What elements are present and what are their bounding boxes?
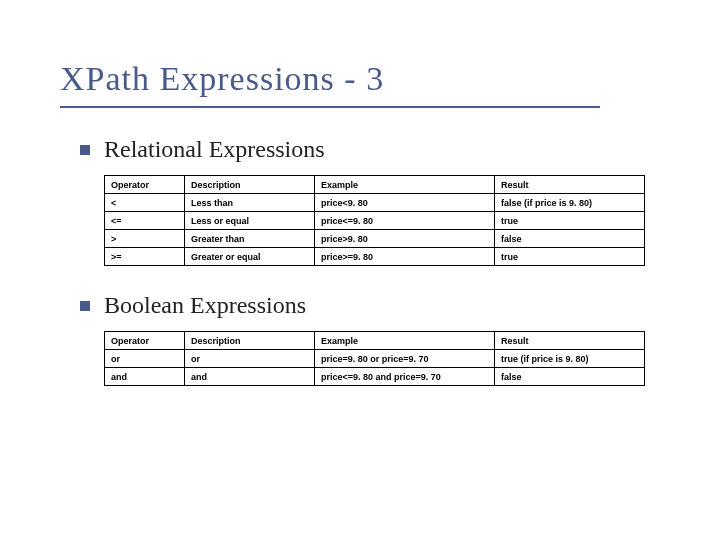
table-row: < Less than price<9. 80 false (if price … [105, 194, 645, 212]
relational-table: Operator Description Example Result < Le… [104, 175, 645, 266]
section-heading: Boolean Expressions [104, 292, 306, 319]
cell: price>9. 80 [315, 230, 495, 248]
cell: price>=9. 80 [315, 248, 495, 266]
cell: true (if price is 9. 80) [495, 350, 645, 368]
cell: price=9. 80 or price=9. 70 [315, 350, 495, 368]
col-header: Operator [105, 176, 185, 194]
slide-title: XPath Expressions - 3 [60, 60, 660, 98]
cell: <= [105, 212, 185, 230]
col-header: Operator [105, 332, 185, 350]
col-header: Result [495, 176, 645, 194]
table-container: Operator Description Example Result < Le… [104, 175, 660, 266]
col-header: Example [315, 332, 495, 350]
section-header: Boolean Expressions [80, 292, 660, 319]
cell: true [495, 212, 645, 230]
section-boolean: Boolean Expressions Operator Description… [80, 292, 660, 386]
cell: price<9. 80 [315, 194, 495, 212]
table-row: and and price<=9. 80 and price=9. 70 fal… [105, 368, 645, 386]
cell: >= [105, 248, 185, 266]
table-header-row: Operator Description Example Result [105, 332, 645, 350]
table-row: or or price=9. 80 or price=9. 70 true (i… [105, 350, 645, 368]
table-row: > Greater than price>9. 80 false [105, 230, 645, 248]
cell: and [185, 368, 315, 386]
table-row: <= Less or equal price<=9. 80 true [105, 212, 645, 230]
col-header: Description [185, 176, 315, 194]
cell: Less or equal [185, 212, 315, 230]
cell: and [105, 368, 185, 386]
section-header: Relational Expressions [80, 136, 660, 163]
cell: Greater or equal [185, 248, 315, 266]
cell: price<=9. 80 [315, 212, 495, 230]
cell: Less than [185, 194, 315, 212]
slide-content: XPath Expressions - 3 Relational Express… [0, 0, 720, 452]
table-container: Operator Description Example Result or o… [104, 331, 660, 386]
section-relational: Relational Expressions Operator Descript… [80, 136, 660, 266]
cell: price<=9. 80 and price=9. 70 [315, 368, 495, 386]
col-header: Description [185, 332, 315, 350]
cell: Greater than [185, 230, 315, 248]
cell: true [495, 248, 645, 266]
col-header: Result [495, 332, 645, 350]
cell: false [495, 368, 645, 386]
col-header: Example [315, 176, 495, 194]
bullet-icon [80, 301, 90, 311]
boolean-table: Operator Description Example Result or o… [104, 331, 645, 386]
cell: false (if price is 9. 80) [495, 194, 645, 212]
table-header-row: Operator Description Example Result [105, 176, 645, 194]
table-row: >= Greater or equal price>=9. 80 true [105, 248, 645, 266]
cell: < [105, 194, 185, 212]
cell: false [495, 230, 645, 248]
bullet-icon [80, 145, 90, 155]
cell: or [185, 350, 315, 368]
cell: > [105, 230, 185, 248]
section-heading: Relational Expressions [104, 136, 325, 163]
cell: or [105, 350, 185, 368]
title-underline [60, 106, 600, 108]
